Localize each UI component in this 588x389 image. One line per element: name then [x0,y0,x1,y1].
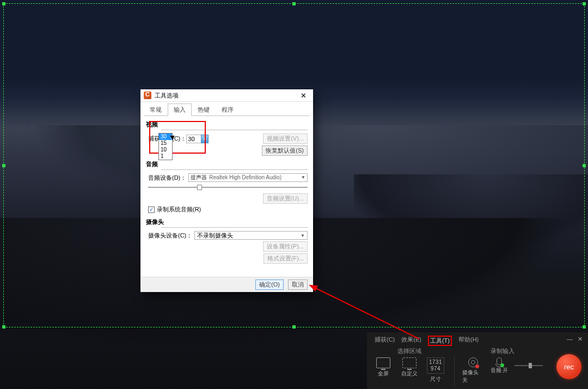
group-inputs-title: 录制输入 [462,347,543,355]
framerate-option-15[interactable]: 15 [159,140,172,147]
capture-framerate-dropdown[interactable]: 30 15 10 1 [158,133,173,160]
capture-framerate-value[interactable]: 30 [186,135,201,143]
dimension-width: 1731 [429,359,442,366]
panel-close-button[interactable]: ✕ [578,336,583,343]
menu-help[interactable]: 帮助(H) [458,336,479,346]
tab-input[interactable]: 输入 [168,104,192,116]
tab-general[interactable]: 常规 [144,104,168,116]
audio-toggle-button[interactable]: 音频 开 [488,357,510,374]
status-off-icon [475,364,479,368]
audio-device-select[interactable]: 提声器 Realtek High Definition Audio) ▼ [188,173,308,182]
custom-region-icon [402,357,416,368]
app-logo [144,92,151,99]
audio-settings-button[interactable]: 音频设置(U)... [263,193,308,204]
record-button[interactable]: rec [556,354,581,379]
framerate-option-1[interactable]: 1 [159,153,172,160]
section-video-title: 视频 [146,120,308,129]
tab-hotkey[interactable]: 热键 [192,104,216,116]
menu-tools[interactable]: 工具(T) [428,336,452,346]
custom-region-button[interactable]: 自定义 [399,357,420,378]
ok-button[interactable]: 确定(O) [255,279,284,290]
record-system-audio-label: 录制系统音频(R) [157,205,201,214]
camera-toggle-button[interactable]: 摄像头 关 [462,357,484,384]
record-system-audio-checkbox[interactable] [148,206,155,213]
audio-device-label: 音频设备(D)： [148,174,186,182]
status-on-icon [500,363,504,367]
tab-program[interactable]: 程序 [216,104,240,116]
tool-options-dialog: 工具选项 ✕ 常规 输入 热键 程序 视频 捕获帧率(C)： 30▾ 视频设置(… [140,89,313,292]
dimension-height: 974 [431,366,440,372]
recorder-toolbar: 捕获(C) 效果(E) 工具(T) 帮助(H) — ✕ 选择区域 全屏 自定义 … [367,332,588,389]
chevron-down-icon: ▼ [301,174,305,181]
group-area-title: 选择区域 [372,347,446,355]
dimensions-button[interactable]: 1731 974 尺寸 [425,357,446,383]
fullscreen-button[interactable]: 全屏 [372,357,394,378]
section-camera-title: 摄像头 [146,218,308,226]
camera-device-select[interactable]: 不录制摄像头 ▼ [194,231,308,240]
device-properties-button[interactable]: 设备属性(P)... [263,241,308,252]
panel-minimize-button[interactable]: — [567,336,573,342]
framerate-option-30[interactable]: 30 [159,133,172,140]
framerate-option-10[interactable]: 10 [159,147,172,153]
monitor-icon [376,357,390,368]
format-settings-button[interactable]: 格式设置(F)... [264,253,308,264]
dialog-title: 工具选项 [155,92,297,100]
camera-device-label: 摄像头设备(C)： [148,232,192,240]
video-settings-button[interactable]: 视频设置(V)... [263,133,308,144]
dialog-close-button[interactable]: ✕ [297,92,310,100]
chevron-down-icon: ▼ [301,233,305,238]
audio-volume-slider[interactable] [148,184,308,191]
section-audio-title: 音频 [146,160,308,168]
capture-framerate-dropdown-button[interactable]: ▾ [201,135,209,143]
menu-capture[interactable]: 捕获(C) [375,336,395,346]
menu-effects[interactable]: 效果(E) [401,336,421,346]
restore-defaults-button[interactable]: 恢复默认值(S) [262,145,308,156]
cancel-button[interactable]: 取消 [288,279,308,290]
panel-volume-slider[interactable] [514,365,543,366]
